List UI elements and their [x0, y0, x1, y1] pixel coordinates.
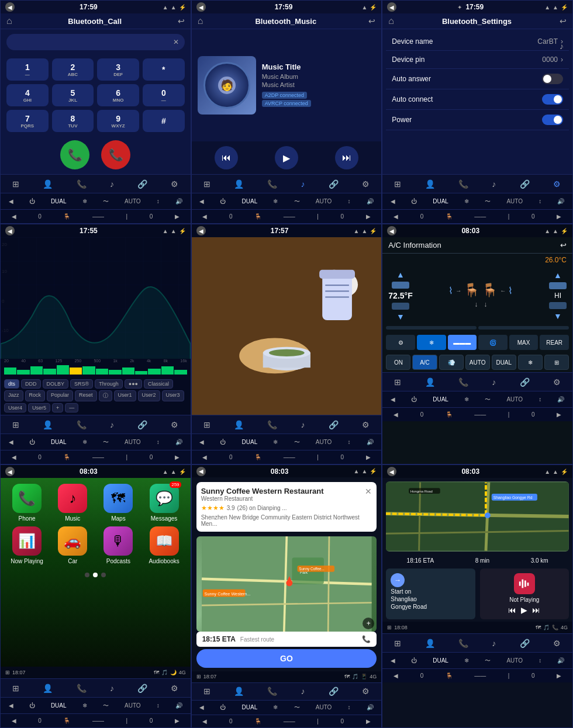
eq-reset[interactable]: Reset [75, 390, 97, 401]
nav-grid-icon[interactable]: ⊞ [12, 179, 19, 189]
ac-btn-grid[interactable]: ⊞ [544, 355, 569, 370]
np-play-button[interactable]: ▶ [521, 605, 527, 615]
dial-5[interactable]: 5JKL [52, 84, 94, 106]
home-icon-2[interactable]: ⌂ [198, 16, 203, 26]
setting-device-name[interactable]: Device name CarBT › [386, 33, 569, 51]
nav-grid-5[interactable]: ⊞ [203, 420, 210, 429]
ac-slider-1[interactable] [386, 326, 477, 330]
np-prev-button[interactable]: ⏮ [508, 605, 516, 615]
nav-music-7[interactable]: ♪ [110, 684, 114, 693]
nav-music-icon-2[interactable]: ♪ [301, 179, 305, 189]
dot-3[interactable] [101, 573, 106, 577]
home-icon-1[interactable]: ⌂ [6, 16, 12, 26]
c7b-l[interactable]: ◀ [12, 717, 16, 724]
c8-ac[interactable]: ❄ [273, 704, 278, 710]
nav-grid-8[interactable]: ⊞ [203, 687, 210, 696]
np-next-button[interactable]: ⏭ [532, 605, 540, 615]
auto-answer-toggle[interactable] [542, 74, 563, 84]
c6-back[interactable]: ◀ [391, 396, 395, 403]
dial-2[interactable]: 2ABC [52, 58, 94, 81]
eq-add[interactable]: + [52, 403, 63, 412]
nav-user-6[interactable]: 👤 [425, 377, 435, 387]
carplay-nav-map[interactable]: Hongma Road Shangliao Gongye Rd [386, 481, 569, 552]
ac-btn-rear[interactable]: REAR [540, 335, 569, 350]
nav-gear-8[interactable]: ⚙ [362, 687, 370, 696]
search-bar[interactable]: ✕ [6, 34, 185, 50]
dial-7[interactable]: 7PQRS [6, 110, 49, 132]
nav-gear-icon-2[interactable]: ⚙ [362, 179, 370, 189]
c5b-seat[interactable]: 🪑 [254, 454, 261, 460]
nav-user-9[interactable]: 👤 [425, 639, 435, 648]
back-button-1[interactable]: ◀ [5, 2, 15, 12]
c7-power[interactable]: ⏻ [29, 702, 35, 709]
nav-go-button[interactable]: GO [196, 649, 377, 668]
nav-link-6[interactable]: 🔗 [520, 377, 530, 387]
nav-link-9[interactable]: 🔗 [520, 639, 530, 648]
ac-btn-bar[interactable]: ▬▬▬ [448, 335, 477, 350]
c5-power[interactable]: ⏻ [220, 439, 226, 445]
nav-map[interactable]: Park Sunny Coffee Western... Sunny Coffe… [196, 536, 377, 632]
c5-back[interactable]: ◀ [199, 439, 204, 445]
eq-user4[interactable]: User4 [4, 403, 26, 412]
nav-grid-3[interactable]: ⊞ [394, 179, 401, 189]
c5b-r[interactable]: ▶ [366, 454, 371, 460]
close-icon-1[interactable]: ↩ [178, 16, 185, 26]
c6-power[interactable]: ⏻ [411, 396, 417, 403]
c3-ac[interactable]: ❄ [464, 198, 469, 204]
c6b-r[interactable]: ▶ [557, 411, 561, 418]
climate-back-icon[interactable]: ◀ [9, 198, 13, 204]
nav-grid-icon-2[interactable]: ⊞ [203, 179, 210, 189]
ac-up-right[interactable]: ▲ [554, 271, 562, 280]
c8-power[interactable]: ⏻ [220, 704, 226, 710]
dial-0[interactable]: 0— [143, 84, 185, 106]
ac-btn-max[interactable]: MAX [509, 335, 539, 350]
nav-gear-9[interactable]: ⚙ [553, 639, 561, 648]
back-button-5[interactable]: ◀ [196, 226, 206, 235]
climate-ac-icon[interactable]: ❄ [82, 198, 87, 204]
carplay-audiobooks-app[interactable]: 📖 Audiobooks [143, 526, 184, 564]
c2-power[interactable]: ⏻ [220, 198, 226, 204]
c5-sync[interactable]: ↕ [348, 439, 351, 445]
c3-power[interactable]: ⏻ [411, 198, 417, 204]
climate-seat-icon[interactable]: 🪑 [63, 213, 70, 220]
climate-power-icon[interactable]: ⏻ [29, 198, 35, 204]
nav-phone-icon-2[interactable]: 📞 [267, 179, 277, 189]
ac-slider-2[interactable] [478, 326, 569, 330]
power-toggle[interactable] [542, 115, 563, 125]
ac-btn-dual[interactable]: DUAL [492, 355, 516, 370]
back-button-4[interactable]: ◀ [5, 226, 15, 235]
c8b-l[interactable]: ◀ [202, 718, 207, 724]
dial-hash[interactable]: # [143, 110, 185, 132]
c9-back[interactable]: ◀ [391, 657, 395, 664]
c4-power[interactable]: ⏻ [29, 439, 35, 445]
eq-popular[interactable]: Popular [47, 390, 73, 401]
c2-vol[interactable]: 🔊 [367, 198, 374, 204]
c2-ac[interactable]: ❄ [273, 198, 278, 204]
c8-sync[interactable]: ↕ [348, 704, 351, 710]
c6-ac[interactable]: ❄ [464, 396, 469, 403]
setting-device-pin[interactable]: Device pin 0000 › [386, 51, 569, 69]
c4b-l[interactable]: ◀ [12, 454, 16, 460]
eq-jazz[interactable]: Jazz [4, 390, 23, 401]
nav-user-icon-2[interactable]: 👤 [234, 179, 244, 189]
climate-sync-icon[interactable]: ↕ [157, 198, 160, 204]
carplay-grid-icon[interactable]: ⊞ [5, 670, 10, 675]
climate-nav-left[interactable]: ◀ [12, 213, 16, 220]
ac-down-right[interactable]: ▼ [554, 311, 562, 321]
eq-remove[interactable]: — [65, 403, 78, 412]
c9-vol[interactable]: 🔊 [557, 657, 564, 664]
nav-phone-6[interactable]: 📞 [458, 377, 468, 387]
c7b-r[interactable]: ▶ [175, 717, 180, 724]
c4b-seat[interactable]: 🪑 [63, 454, 70, 460]
c3-vol[interactable]: 🔊 [557, 198, 564, 204]
back-button-9[interactable]: ◀ [387, 467, 396, 476]
ac-btn-on[interactable]: ON [386, 355, 410, 370]
nav-music-icon[interactable]: ♪ [110, 179, 114, 189]
c4-ac[interactable]: ❄ [82, 439, 87, 445]
c3-sync[interactable]: ↕ [539, 198, 541, 204]
nav-phone-4[interactable]: 📞 [77, 420, 87, 429]
c2b-right[interactable]: ▶ [366, 213, 371, 220]
carplay-messages-app[interactable]: 💬 259 Messages [143, 484, 184, 522]
nav-link-5[interactable]: 🔗 [329, 420, 339, 429]
c9-fan[interactable]: 〜 [485, 657, 491, 665]
